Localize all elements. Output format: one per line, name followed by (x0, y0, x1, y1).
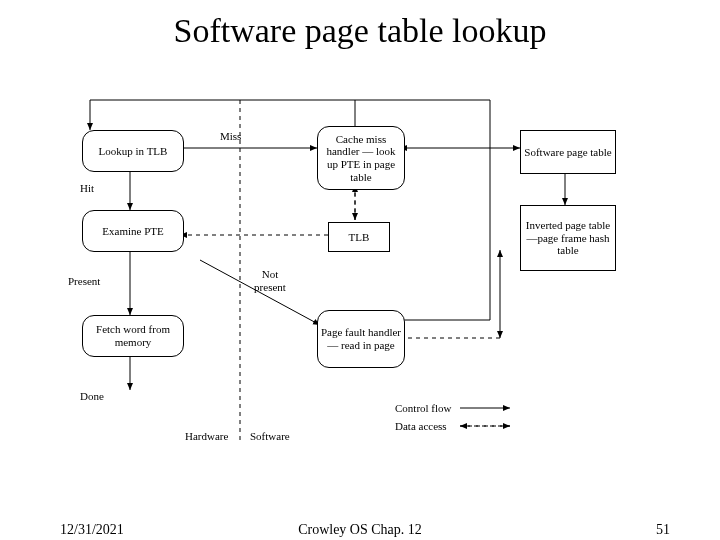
node-fetch-word: Fetch word from memory (82, 315, 184, 357)
footer-page: 51 (656, 522, 670, 538)
node-page-fault-handler: Page fault handler — read in page (317, 310, 405, 368)
node-lookup-tlb: Lookup in TLB (82, 130, 184, 172)
label-done: Done (80, 390, 104, 403)
legend-control-flow: Control flow (395, 402, 452, 415)
node-software-page-table: Software page table (520, 130, 616, 174)
diagram: Lookup in TLB Examine PTE Fetch word fro… (60, 90, 660, 460)
node-cache-miss-handler: Cache miss handler — look up PTE in page… (317, 126, 405, 190)
page-title: Software page table lookup (0, 12, 720, 50)
label-hardware: Hardware (185, 430, 228, 443)
node-inverted-page-table: Inverted page table—page frame hash tabl… (520, 205, 616, 271)
footer-center: Crowley OS Chap. 12 (0, 522, 720, 538)
legend-data-access: Data access (395, 420, 447, 433)
node-tlb: TLB (328, 222, 390, 252)
label-not-present: Not present (245, 268, 295, 293)
label-present: Present (68, 275, 100, 288)
node-examine-pte: Examine PTE (82, 210, 184, 252)
label-software: Software (250, 430, 290, 443)
label-miss: Miss (220, 130, 241, 143)
label-hit: Hit (80, 182, 94, 195)
